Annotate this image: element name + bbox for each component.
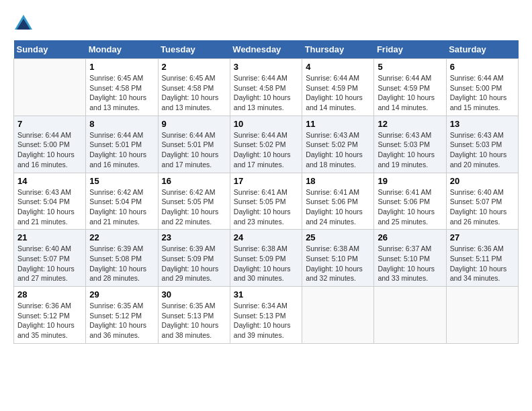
calendar-cell: 22Sunrise: 6:39 AMSunset: 5:08 PMDayligh…	[86, 230, 158, 287]
calendar-cell: 29Sunrise: 6:35 AMSunset: 5:12 PMDayligh…	[86, 287, 158, 344]
day-number: 30	[162, 289, 226, 300]
calendar-cell: 20Sunrise: 6:40 AMSunset: 5:07 PMDayligh…	[446, 173, 518, 230]
header-day-sunday: Sunday	[14, 40, 86, 59]
day-number: 10	[234, 119, 298, 129]
calendar-cell: 26Sunrise: 6:37 AMSunset: 5:10 PMDayligh…	[374, 230, 446, 287]
cell-info: Sunrise: 6:43 AMSunset: 5:03 PMDaylight:…	[378, 130, 442, 170]
day-number: 28	[17, 289, 82, 300]
day-number: 9	[162, 119, 226, 129]
cell-info: Sunrise: 6:43 AMSunset: 5:03 PMDaylight:…	[450, 130, 515, 170]
day-number: 13	[450, 119, 515, 129]
calendar-header-row: SundayMondayTuesdayWednesdayThursdayFrid…	[14, 40, 519, 59]
cell-info: Sunrise: 6:38 AMSunset: 5:10 PMDaylight:…	[306, 244, 370, 283]
calendar-cell: 25Sunrise: 6:38 AMSunset: 5:10 PMDayligh…	[302, 230, 374, 287]
calendar-cell: 10Sunrise: 6:44 AMSunset: 5:02 PMDayligh…	[230, 116, 302, 173]
day-number: 22	[89, 232, 154, 242]
week-row-3: 14Sunrise: 6:43 AMSunset: 5:04 PMDayligh…	[14, 173, 519, 230]
cell-info: Sunrise: 6:40 AMSunset: 5:07 PMDaylight:…	[450, 187, 515, 227]
cell-info: Sunrise: 6:45 AMSunset: 4:58 PMDaylight:…	[89, 73, 154, 113]
cell-info: Sunrise: 6:42 AMSunset: 5:05 PMDaylight:…	[162, 187, 226, 227]
calendar-cell: 16Sunrise: 6:42 AMSunset: 5:05 PMDayligh…	[158, 173, 230, 230]
calendar-cell: 21Sunrise: 6:40 AMSunset: 5:07 PMDayligh…	[14, 230, 86, 287]
cell-info: Sunrise: 6:34 AMSunset: 5:13 PMDaylight:…	[234, 301, 298, 340]
day-number: 19	[378, 176, 442, 186]
cell-info: Sunrise: 6:41 AMSunset: 5:06 PMDaylight:…	[306, 187, 370, 227]
calendar-cell: 12Sunrise: 6:43 AMSunset: 5:03 PMDayligh…	[374, 116, 446, 173]
cell-info: Sunrise: 6:39 AMSunset: 5:09 PMDaylight:…	[162, 244, 226, 283]
day-number: 16	[162, 176, 226, 186]
day-number: 7	[17, 119, 82, 129]
day-number: 11	[306, 119, 370, 129]
cell-info: Sunrise: 6:44 AMSunset: 4:59 PMDaylight:…	[306, 73, 370, 113]
cell-info: Sunrise: 6:44 AMSunset: 5:02 PMDaylight:…	[234, 130, 298, 170]
calendar-cell: 5Sunrise: 6:44 AMSunset: 4:59 PMDaylight…	[374, 59, 446, 116]
day-number: 15	[89, 176, 154, 186]
calendar-cell: 7Sunrise: 6:44 AMSunset: 5:00 PMDaylight…	[14, 116, 86, 173]
calendar-cell: 2Sunrise: 6:45 AMSunset: 4:58 PMDaylight…	[158, 59, 230, 116]
cell-info: Sunrise: 6:40 AMSunset: 5:07 PMDaylight:…	[17, 244, 82, 283]
day-number: 17	[234, 176, 298, 186]
calendar-cell	[14, 59, 86, 116]
calendar-cell: 23Sunrise: 6:39 AMSunset: 5:09 PMDayligh…	[158, 230, 230, 287]
cell-info: Sunrise: 6:36 AMSunset: 5:12 PMDaylight:…	[17, 301, 82, 340]
day-number: 4	[306, 62, 370, 72]
day-number: 27	[450, 232, 515, 242]
day-number: 2	[162, 62, 226, 72]
cell-info: Sunrise: 6:44 AMSunset: 5:01 PMDaylight:…	[162, 130, 226, 170]
day-number: 12	[378, 119, 442, 129]
week-row-4: 21Sunrise: 6:40 AMSunset: 5:07 PMDayligh…	[14, 230, 519, 287]
cell-info: Sunrise: 6:41 AMSunset: 5:05 PMDaylight:…	[234, 187, 298, 227]
cell-info: Sunrise: 6:39 AMSunset: 5:08 PMDaylight:…	[89, 244, 154, 283]
day-number: 31	[234, 289, 298, 300]
week-row-5: 28Sunrise: 6:36 AMSunset: 5:12 PMDayligh…	[14, 287, 519, 344]
header-day-monday: Monday	[86, 40, 158, 59]
cell-info: Sunrise: 6:35 AMSunset: 5:13 PMDaylight:…	[162, 301, 226, 340]
calendar-cell	[446, 287, 518, 344]
calendar-cell: 15Sunrise: 6:42 AMSunset: 5:04 PMDayligh…	[86, 173, 158, 230]
calendar-cell: 24Sunrise: 6:38 AMSunset: 5:09 PMDayligh…	[230, 230, 302, 287]
cell-info: Sunrise: 6:42 AMSunset: 5:04 PMDaylight:…	[89, 187, 154, 227]
day-number: 29	[89, 289, 154, 300]
week-row-2: 7Sunrise: 6:44 AMSunset: 5:00 PMDaylight…	[14, 116, 519, 173]
calendar-cell: 27Sunrise: 6:36 AMSunset: 5:11 PMDayligh…	[446, 230, 518, 287]
calendar-cell: 14Sunrise: 6:43 AMSunset: 5:04 PMDayligh…	[14, 173, 86, 230]
logo-icon	[13, 13, 34, 34]
day-number: 24	[234, 232, 298, 242]
calendar-cell: 19Sunrise: 6:41 AMSunset: 5:06 PMDayligh…	[374, 173, 446, 230]
calendar-cell	[302, 287, 374, 344]
calendar-cell: 13Sunrise: 6:43 AMSunset: 5:03 PMDayligh…	[446, 116, 518, 173]
header-day-friday: Friday	[374, 40, 446, 59]
day-number: 3	[234, 62, 298, 72]
cell-info: Sunrise: 6:43 AMSunset: 5:04 PMDaylight:…	[17, 187, 82, 227]
page-header	[13, 13, 519, 34]
cell-info: Sunrise: 6:41 AMSunset: 5:06 PMDaylight:…	[378, 187, 442, 227]
day-number: 25	[306, 232, 370, 242]
logo	[13, 13, 36, 34]
calendar-cell	[374, 287, 446, 344]
cell-info: Sunrise: 6:43 AMSunset: 5:02 PMDaylight:…	[306, 130, 370, 170]
day-number: 26	[378, 232, 442, 242]
day-number: 5	[378, 62, 442, 72]
week-row-1: 1Sunrise: 6:45 AMSunset: 4:58 PMDaylight…	[14, 59, 519, 116]
cell-info: Sunrise: 6:44 AMSunset: 5:01 PMDaylight:…	[89, 130, 154, 170]
cell-info: Sunrise: 6:44 AMSunset: 4:59 PMDaylight:…	[378, 73, 442, 113]
calendar-cell: 18Sunrise: 6:41 AMSunset: 5:06 PMDayligh…	[302, 173, 374, 230]
header-day-saturday: Saturday	[446, 40, 518, 59]
cell-info: Sunrise: 6:37 AMSunset: 5:10 PMDaylight:…	[378, 244, 442, 283]
calendar-cell: 6Sunrise: 6:44 AMSunset: 5:00 PMDaylight…	[446, 59, 518, 116]
calendar-cell: 28Sunrise: 6:36 AMSunset: 5:12 PMDayligh…	[14, 287, 86, 344]
header-day-thursday: Thursday	[302, 40, 374, 59]
day-number: 14	[17, 176, 82, 186]
cell-info: Sunrise: 6:38 AMSunset: 5:09 PMDaylight:…	[234, 244, 298, 283]
cell-info: Sunrise: 6:35 AMSunset: 5:12 PMDaylight:…	[89, 301, 154, 340]
day-number: 6	[450, 62, 515, 72]
calendar-cell: 3Sunrise: 6:44 AMSunset: 4:58 PMDaylight…	[230, 59, 302, 116]
cell-info: Sunrise: 6:44 AMSunset: 5:00 PMDaylight:…	[17, 130, 82, 170]
cell-info: Sunrise: 6:45 AMSunset: 4:58 PMDaylight:…	[162, 73, 226, 113]
calendar-cell: 11Sunrise: 6:43 AMSunset: 5:02 PMDayligh…	[302, 116, 374, 173]
calendar-table: SundayMondayTuesdayWednesdayThursdayFrid…	[13, 40, 519, 344]
cell-info: Sunrise: 6:44 AMSunset: 5:00 PMDaylight:…	[450, 73, 515, 113]
calendar-cell: 8Sunrise: 6:44 AMSunset: 5:01 PMDaylight…	[86, 116, 158, 173]
cell-info: Sunrise: 6:36 AMSunset: 5:11 PMDaylight:…	[450, 244, 515, 283]
day-number: 23	[162, 232, 226, 242]
